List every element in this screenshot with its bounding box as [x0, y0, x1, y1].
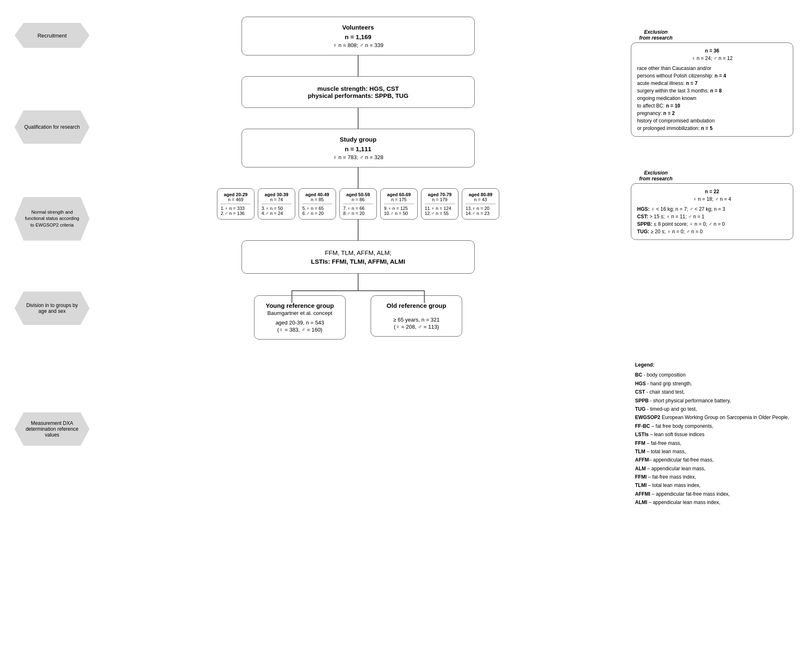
legend-title: Legend:	[635, 361, 797, 369]
meas-line1: FFM, TLM, AFFM, ALM;	[254, 249, 462, 256]
legend-items: BC - body composition HGS - hand grip st…	[635, 371, 797, 507]
excl1-n: n = 36	[637, 47, 787, 55]
age-group-box: aged 80-89n = 4313.♀ n = 2014.♂ n = 23	[462, 188, 499, 220]
label-measurement: Measurement DXA determination reference …	[15, 412, 90, 446]
connector-v1	[358, 55, 359, 76]
excl1-items: race other than Caucasian and/or persons…	[637, 65, 787, 132]
age-group-box: aged 50-59n = 867.♀ n = 668.♂ n = 20	[339, 188, 377, 220]
excl2-sex: ♀ n = 18; ♂ n = 4	[637, 195, 787, 203]
excl1-sex: ♀ n = 24; ♂ n = 12	[637, 55, 787, 62]
measurement-box: FFM, TLM, AFFM, ALM; LSTIs: FFMI, TLMI, …	[242, 240, 475, 274]
qual-line1: muscle strength: HGS, CST	[254, 85, 462, 92]
qualification-box: muscle strength: HGS, CST physical perfo…	[242, 76, 475, 108]
study-group-sex: ♀ n = 783; ♂ n = 328	[254, 154, 462, 160]
label-recruitment: Recruitment	[15, 23, 90, 48]
excl2-box: n = 22 ♀ n = 18; ♂ n = 4 HGS: ♀ < 16 kg;…	[631, 183, 793, 240]
old-ref-box: Old reference group ≥ 65 years, n = 321 …	[371, 295, 462, 337]
volunteers-sex: ♀ n = 808; ♂ n = 339	[254, 42, 462, 48]
label-division: Division in to groups by age and sex	[15, 292, 90, 325]
age-group-box: aged 40-49n = 855.♀ n = 656.♂ n = 20	[299, 188, 336, 220]
right-info: Exclusion from research n = 36 ♀ n = 24;…	[623, 8, 802, 511]
excl2-label: Exclusion from research	[639, 170, 673, 182]
young-ref-subtitle: Baumgartner et al. concept	[263, 310, 337, 316]
age-group-box: aged 20-29n = 4691.♀ n = 3332.♂ n = 136	[217, 188, 254, 220]
meas-line2: LSTIs: FFMI, TLMI, AFFMI, ALMI	[254, 258, 462, 265]
young-ref-age: aged 20-39, n = 543	[263, 320, 337, 326]
excl1-label: Exclusion from research	[639, 29, 673, 41]
legend-box: Legend: BC - body composition HGS - hand…	[631, 357, 802, 511]
label-normal-strength: Normal strength and functional status ac…	[15, 197, 90, 241]
center-flow: Volunteers n = 1,169 ♀ n = 808; ♂ n = 33…	[94, 8, 623, 511]
excl2-n: n = 22	[637, 188, 787, 195]
connector-v4	[358, 220, 359, 240]
young-ref-box: Young reference group Baumgartner et al.…	[254, 295, 346, 339]
age-groups: aged 20-29n = 4691.♀ n = 3332.♂ n = 136a…	[217, 188, 499, 220]
connector-v3	[358, 167, 359, 188]
legend-section: Legend: BC - body composition HGS - hand…	[631, 357, 802, 511]
volunteers-n: n = 1,169	[254, 33, 462, 40]
study-group-n: n = 1,111	[254, 145, 462, 152]
left-labels: Recruitment Qualification for research N…	[10, 8, 94, 511]
age-group-box: aged 30-39n = 743.♀ n = 504.♂ n = 24	[258, 188, 295, 220]
excl2-criteria: HGS: ♀ < 16 kg; n = 7; ♂ < 27 kg; n = 3 …	[637, 205, 787, 235]
connector-v5	[358, 274, 359, 290]
study-group-box: Study group n = 1,111 ♀ n = 783; ♂ n = 3…	[242, 129, 475, 167]
qual-line2: physical performants: SPPB, TUG	[254, 92, 462, 99]
volunteers-box: Volunteers n = 1,169 ♀ n = 808; ♂ n = 33…	[242, 17, 475, 55]
old-ref-age: ≥ 65 years, n = 321	[379, 317, 453, 323]
old-ref-sex: (♀ = 208, ♂ = 113)	[379, 324, 453, 330]
young-ref-title: Young reference group	[263, 302, 337, 309]
connector-v2	[358, 108, 359, 129]
excl1-box: n = 36 ♀ n = 24; ♂ n = 12 race other tha…	[631, 42, 793, 137]
label-qualification: Qualification for research	[15, 110, 90, 144]
ref-groups: Young reference group Baumgartner et al.…	[254, 295, 462, 339]
age-group-box: aged 60-69n = 1759.♀ n = 12510.♂ n = 50	[380, 188, 418, 220]
h-branch	[291, 290, 425, 291]
young-ref-sex: (♀ = 383, ♂ = 160)	[263, 327, 337, 333]
study-group-title: Study group	[254, 136, 462, 143]
volunteers-title: Volunteers	[254, 24, 462, 31]
age-group-box: aged 70-79n = 17911.♀ n = 12412.♂ n = 55	[421, 188, 458, 220]
old-ref-title: Old reference group	[379, 302, 453, 309]
